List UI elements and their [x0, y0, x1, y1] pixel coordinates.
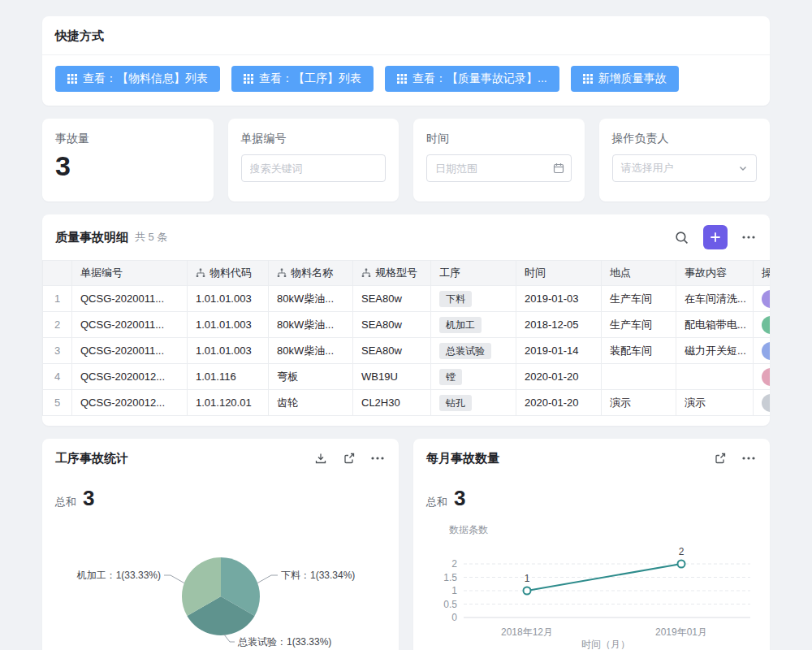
doc-number-search-input[interactable] — [241, 154, 387, 182]
download-button[interactable] — [313, 450, 329, 466]
column-header-material-name[interactable]: 物料名称 — [269, 261, 353, 286]
cell-index: 4 — [43, 364, 72, 390]
cell-place: 装配车间 — [602, 338, 676, 364]
pie-total-label: 总和 — [55, 495, 76, 509]
ellipsis-icon — [371, 457, 384, 460]
plus-icon — [710, 232, 721, 243]
cell-process: 镗 — [431, 364, 516, 390]
shortcut-view-process-list-button[interactable]: 查看：【工序】列表 — [231, 66, 374, 92]
accident-count-card: 事故量 3 — [42, 119, 214, 202]
cell-spec: WB19U — [353, 364, 431, 390]
more-menu-button[interactable] — [741, 455, 757, 462]
column-header-place[interactable]: 地点 — [602, 261, 676, 286]
process-pie-chart: 机加工：1(33.33%) 下料：1(33.34%) 总装试验：1(33.33%… — [42, 516, 399, 650]
more-menu-button[interactable] — [369, 455, 386, 462]
pie-chart-title: 工序事故统计 — [55, 451, 313, 466]
shortcuts-card: 快捷方式 查看：【物料信息】列表 查看：【工序】列表 查看：【质量事故记录】..… — [42, 16, 770, 106]
cell-doc-no: QCSG-2020011... — [72, 338, 188, 364]
cell-material-code: 1.01.116 — [188, 364, 269, 390]
cell-spec: SEA80w — [353, 286, 431, 312]
cell-place: 生产车间 — [602, 312, 676, 338]
column-header-process[interactable]: 工序 — [431, 261, 516, 286]
table-card-header: 质量事故明细 共 5 条 — [42, 214, 770, 260]
cell-process: 总装试验 — [431, 338, 516, 364]
open-external-button[interactable] — [341, 450, 357, 466]
cell-index: 3 — [43, 338, 72, 364]
cell-doc-no: QCSG-2020012... — [72, 390, 188, 416]
cell-operator — [754, 338, 771, 364]
cell-place — [602, 364, 676, 390]
grid-icon — [67, 74, 77, 84]
cell-operator — [754, 312, 771, 338]
open-external-button[interactable] — [712, 450, 728, 466]
line-total-label: 总和 — [426, 495, 447, 509]
cell-time: 2019-01-14 — [516, 338, 602, 364]
cell-operator — [754, 364, 771, 390]
pie-leader-line — [164, 575, 184, 583]
doc-number-filter-label: 单据编号 — [241, 132, 387, 146]
y-tick: 2 — [451, 558, 457, 570]
cell-process: 机加工 — [431, 312, 516, 338]
cell-operator — [754, 286, 771, 312]
time-filter-card: 时间 — [413, 119, 585, 202]
y-tick: 1 — [451, 585, 457, 596]
shortcuts-title: 快捷方式 — [42, 16, 770, 54]
pie-total-value: 3 — [83, 486, 94, 511]
cell-content: 配电箱带电... — [676, 312, 754, 338]
accident-count-label: 事故量 — [55, 132, 201, 146]
cell-content: 在车间清洗... — [676, 286, 754, 312]
ellipsis-icon — [742, 457, 755, 460]
table-row[interactable]: 4 QCSG-2020012... 1.01.116 弯板 WB19U 镗 20… — [43, 364, 771, 390]
add-record-button[interactable] — [703, 225, 728, 249]
cell-time: 2019-01-03 — [516, 286, 602, 312]
cell-content — [676, 364, 754, 390]
user-select[interactable]: 请选择用户 — [612, 154, 758, 182]
table-row[interactable]: 2 QCSG-2020011... 1.01.01.003 80kW柴油... … — [43, 312, 771, 338]
column-header-time[interactable]: 时间 — [516, 261, 602, 286]
process-accident-stats-card: 工序事故统计 总和 3 — [42, 439, 399, 650]
date-range-input[interactable] — [426, 154, 572, 182]
doc-number-input-wrap — [241, 154, 387, 182]
pie-card-actions — [313, 450, 386, 466]
table-actions — [673, 225, 757, 249]
shortcut-view-material-list-button[interactable]: 查看：【物料信息】列表 — [55, 66, 220, 92]
ellipsis-icon — [742, 236, 755, 239]
column-header-material-code[interactable]: 物料代码 — [188, 261, 269, 286]
process-tag: 镗 — [439, 369, 462, 385]
cell-place: 演示 — [602, 390, 676, 416]
line-total-value: 3 — [454, 486, 465, 511]
cell-time: 2018-12-05 — [516, 312, 602, 338]
data-point[interactable] — [678, 561, 685, 568]
grid-icon — [583, 74, 593, 84]
index-column-header — [43, 261, 72, 286]
shortcut-add-quality-accident-button[interactable]: 新增质量事故 — [571, 66, 679, 92]
pie-leader-line — [257, 575, 278, 583]
open-external-icon — [343, 452, 356, 465]
column-header-content[interactable]: 事故内容 — [676, 261, 754, 286]
filter-row: 事故量 3 单据编号 时间 操作负责人 请选择用户 — [42, 119, 770, 202]
relation-icon — [361, 268, 371, 278]
table-row[interactable]: 1 QCSG-2020011... 1.01.01.003 80kW柴油... … — [43, 286, 771, 312]
more-menu-button[interactable] — [741, 234, 757, 240]
y-tick: 0 — [451, 612, 457, 623]
user-select-placeholder: 请选择用户 — [621, 161, 674, 176]
monthly-line-chart: 数据条数 2 1.5 1 0.5 0 1 2 2018年12月 2019年01月… — [413, 516, 770, 650]
avatar — [762, 368, 770, 386]
accident-count-value: 3 — [55, 151, 201, 181]
cell-material-code: 1.01.01.003 — [188, 312, 269, 338]
shortcut-view-quality-records-button[interactable]: 查看：【质量事故记录】... — [385, 66, 559, 92]
column-header-operator[interactable]: 操 — [754, 261, 771, 286]
shortcut-label: 查看：【物料信息】列表 — [83, 72, 208, 86]
table-row[interactable]: 3 QCSG-2020011... 1.01.01.003 80kW柴油... … — [43, 338, 771, 364]
cell-process: 钻孔 — [431, 390, 516, 416]
y-axis-title: 数据条数 — [449, 524, 488, 535]
shortcut-label: 新增质量事故 — [598, 72, 667, 86]
column-header-spec[interactable]: 规格型号 — [353, 261, 431, 286]
column-header-doc-no[interactable]: 单据编号 — [72, 261, 188, 286]
shortcut-label: 查看：【质量事故记录】... — [412, 72, 547, 86]
time-filter-label: 时间 — [426, 132, 572, 146]
data-point[interactable] — [524, 587, 531, 595]
cell-time: 2020-01-20 — [516, 364, 602, 390]
search-button[interactable] — [673, 229, 690, 246]
table-row[interactable]: 5 QCSG-2020012... 1.01.120.01 齿轮 CL2H30 … — [43, 390, 771, 416]
